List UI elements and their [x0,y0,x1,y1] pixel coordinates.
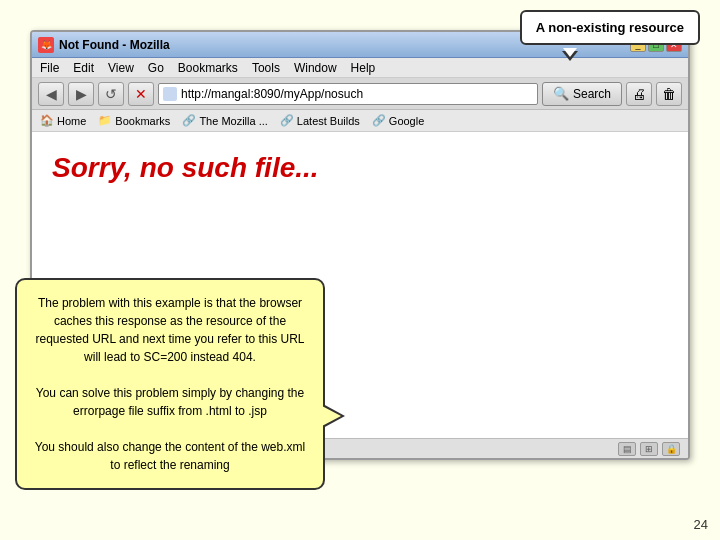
callout-paragraph-1: The problem with this example is that th… [33,294,307,366]
search-label: Search [573,87,611,101]
bookmark-latest-label: Latest Builds [297,115,360,127]
search-icon: 🔍 [553,86,569,101]
back-button[interactable]: ◀ [38,82,64,106]
status-icon-3: 🔒 [662,442,680,456]
search-button[interactable]: 🔍 Search [542,82,622,106]
latest-icon: 🔗 [280,114,294,127]
bookmark-mozilla[interactable]: 🔗 The Mozilla ... [182,114,267,127]
menu-edit[interactable]: Edit [73,61,94,75]
bookmark-google-label: Google [389,115,424,127]
address-icon [163,87,177,101]
forward-button[interactable]: ▶ [68,82,94,106]
tooltip-text: A non-existing resource [536,20,684,35]
home-icon: 🏠 [40,114,54,127]
bookmark-home[interactable]: 🏠 Home [40,114,86,127]
tooltip-box: A non-existing resource [520,10,700,45]
stop-button[interactable]: ✕ [128,82,154,106]
status-icons: ▤ ⊞ 🔒 [618,442,680,456]
bookmarks-bar: 🏠 Home 📁 Bookmarks 🔗 The Mozilla ... 🔗 L… [32,110,688,132]
menu-go[interactable]: Go [148,61,164,75]
bookmark-bookmarks-label: Bookmarks [115,115,170,127]
menu-bookmarks[interactable]: Bookmarks [178,61,238,75]
menu-view[interactable]: View [108,61,134,75]
browser-icon: 🦊 [38,37,54,53]
extra-button[interactable]: 🗑 [656,82,682,106]
menu-help[interactable]: Help [351,61,376,75]
menu-window[interactable]: Window [294,61,337,75]
print-button[interactable]: 🖨 [626,82,652,106]
status-icon-2: ⊞ [640,442,658,456]
mozilla-icon: 🔗 [182,114,196,127]
menu-tools[interactable]: Tools [252,61,280,75]
address-url: http://mangal:8090/myApp/nosuch [181,87,363,101]
callout-paragraph-2: You can solve this problem simply by cha… [33,384,307,420]
slide-number: 24 [694,517,708,532]
address-bar[interactable]: http://mangal:8090/myApp/nosuch [158,83,538,105]
bookmark-latest[interactable]: 🔗 Latest Builds [280,114,360,127]
error-heading: Sorry, no such file... [52,152,668,184]
menu-file[interactable]: File [40,61,59,75]
bookmark-icon: 📁 [98,114,112,127]
status-icon-1: ▤ [618,442,636,456]
callout-bubble: The problem with this example is that th… [15,278,325,490]
nav-bar: ◀ ▶ ↺ ✕ http://mangal:8090/myApp/nosuch … [32,78,688,110]
callout-paragraph-3: You should also change the content of th… [33,438,307,474]
reload-button[interactable]: ↺ [98,82,124,106]
google-icon: 🔗 [372,114,386,127]
bookmark-bookmarks[interactable]: 📁 Bookmarks [98,114,170,127]
bookmark-home-label: Home [57,115,86,127]
bookmark-google[interactable]: 🔗 Google [372,114,424,127]
bookmark-mozilla-label: The Mozilla ... [199,115,267,127]
menu-bar: File Edit View Go Bookmarks Tools Window… [32,58,688,78]
